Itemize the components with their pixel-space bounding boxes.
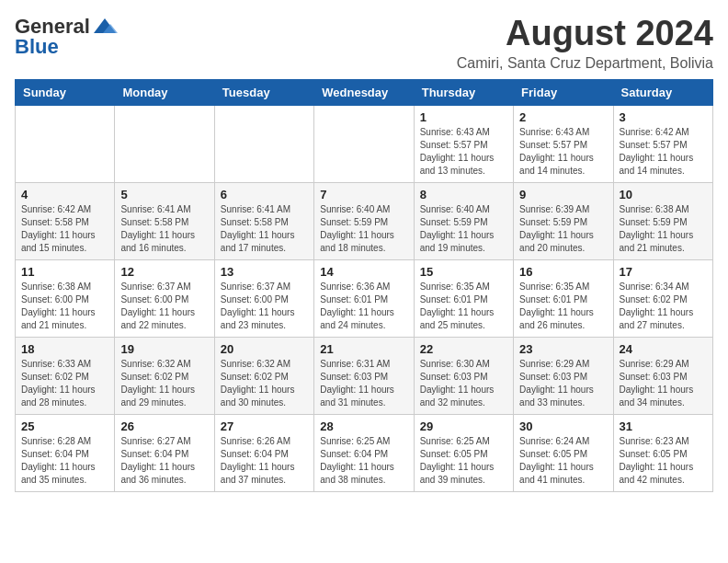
day-number: 25 bbox=[21, 419, 108, 433]
day-info: Sunrise: 6:33 AMSunset: 6:02 PMDaylight:… bbox=[21, 358, 108, 409]
week-row-3: 11Sunrise: 6:38 AMSunset: 6:00 PMDayligh… bbox=[16, 259, 713, 337]
logo-blue-text: Blue bbox=[15, 35, 59, 59]
day-number: 15 bbox=[420, 265, 507, 279]
day-number: 12 bbox=[120, 265, 208, 279]
calendar-cell: 3Sunrise: 6:42 AMSunset: 5:57 PMDaylight… bbox=[613, 105, 712, 182]
calendar-cell: 7Sunrise: 6:40 AMSunset: 5:59 PMDaylight… bbox=[314, 182, 414, 259]
calendar-cell: 26Sunrise: 6:27 AMSunset: 6:04 PMDayligh… bbox=[115, 414, 214, 491]
day-number: 29 bbox=[420, 419, 507, 433]
col-tuesday: Tuesday bbox=[214, 79, 313, 105]
col-thursday: Thursday bbox=[414, 79, 513, 105]
week-row-1: 1Sunrise: 6:43 AMSunset: 5:57 PMDaylight… bbox=[16, 105, 713, 182]
day-number: 22 bbox=[420, 342, 507, 356]
calendar-cell: 5Sunrise: 6:41 AMSunset: 5:58 PMDaylight… bbox=[115, 182, 214, 259]
calendar-cell: 16Sunrise: 6:35 AMSunset: 6:01 PMDayligh… bbox=[514, 259, 613, 337]
day-number: 18 bbox=[21, 342, 108, 356]
day-info: Sunrise: 6:35 AMSunset: 6:01 PMDaylight:… bbox=[519, 281, 607, 332]
calendar-cell: 11Sunrise: 6:38 AMSunset: 6:00 PMDayligh… bbox=[16, 259, 115, 337]
calendar-header-row: Sunday Monday Tuesday Wednesday Thursday… bbox=[16, 79, 713, 105]
location-title: Camiri, Santa Cruz Department, Bolivia bbox=[457, 55, 713, 72]
col-monday: Monday bbox=[115, 79, 214, 105]
day-number: 1 bbox=[420, 110, 507, 124]
logo: General Blue bbox=[15, 15, 118, 59]
calendar-cell: 9Sunrise: 6:39 AMSunset: 5:59 PMDaylight… bbox=[514, 182, 613, 259]
logo-icon bbox=[92, 17, 118, 37]
calendar-cell: 21Sunrise: 6:31 AMSunset: 6:03 PMDayligh… bbox=[314, 337, 414, 414]
day-info: Sunrise: 6:35 AMSunset: 6:01 PMDaylight:… bbox=[420, 281, 507, 332]
day-number: 27 bbox=[221, 419, 308, 433]
calendar-cell: 17Sunrise: 6:34 AMSunset: 6:02 PMDayligh… bbox=[613, 259, 712, 337]
col-wednesday: Wednesday bbox=[314, 79, 414, 105]
day-info: Sunrise: 6:38 AMSunset: 5:59 PMDaylight:… bbox=[620, 203, 707, 255]
day-number: 17 bbox=[620, 265, 707, 279]
calendar-cell bbox=[16, 105, 115, 182]
day-number: 26 bbox=[120, 419, 208, 433]
calendar-cell: 14Sunrise: 6:36 AMSunset: 6:01 PMDayligh… bbox=[314, 259, 414, 337]
day-number: 5 bbox=[120, 188, 208, 201]
day-info: Sunrise: 6:31 AMSunset: 6:03 PMDaylight:… bbox=[320, 358, 407, 409]
day-info: Sunrise: 6:25 AMSunset: 6:05 PMDaylight:… bbox=[420, 435, 507, 487]
calendar-cell: 20Sunrise: 6:32 AMSunset: 6:02 PMDayligh… bbox=[214, 337, 313, 414]
day-number: 23 bbox=[519, 342, 607, 356]
calendar-cell bbox=[314, 105, 414, 182]
day-info: Sunrise: 6:43 AMSunset: 5:57 PMDaylight:… bbox=[420, 126, 507, 178]
calendar-cell: 25Sunrise: 6:28 AMSunset: 6:04 PMDayligh… bbox=[16, 414, 115, 491]
col-sunday: Sunday bbox=[16, 79, 115, 105]
calendar-cell: 31Sunrise: 6:23 AMSunset: 6:05 PMDayligh… bbox=[613, 414, 712, 491]
week-row-4: 18Sunrise: 6:33 AMSunset: 6:02 PMDayligh… bbox=[16, 337, 713, 414]
day-number: 13 bbox=[221, 265, 308, 279]
calendar-cell: 10Sunrise: 6:38 AMSunset: 5:59 PMDayligh… bbox=[613, 182, 712, 259]
calendar-cell: 2Sunrise: 6:43 AMSunset: 5:57 PMDaylight… bbox=[514, 105, 613, 182]
day-info: Sunrise: 6:40 AMSunset: 5:59 PMDaylight:… bbox=[320, 203, 407, 255]
col-friday: Friday bbox=[514, 79, 613, 105]
day-info: Sunrise: 6:23 AMSunset: 6:05 PMDaylight:… bbox=[620, 435, 707, 487]
day-number: 30 bbox=[519, 419, 607, 433]
day-info: Sunrise: 6:42 AMSunset: 5:57 PMDaylight:… bbox=[620, 126, 707, 178]
day-number: 14 bbox=[320, 265, 407, 279]
day-number: 20 bbox=[221, 342, 308, 356]
col-saturday: Saturday bbox=[613, 79, 712, 105]
day-info: Sunrise: 6:37 AMSunset: 6:00 PMDaylight:… bbox=[120, 281, 208, 332]
day-info: Sunrise: 6:29 AMSunset: 6:03 PMDaylight:… bbox=[620, 358, 707, 409]
calendar-cell: 18Sunrise: 6:33 AMSunset: 6:02 PMDayligh… bbox=[16, 337, 115, 414]
day-number: 6 bbox=[221, 188, 308, 201]
day-info: Sunrise: 6:43 AMSunset: 5:57 PMDaylight:… bbox=[519, 126, 607, 178]
calendar-cell: 24Sunrise: 6:29 AMSunset: 6:03 PMDayligh… bbox=[613, 337, 712, 414]
calendar-cell: 15Sunrise: 6:35 AMSunset: 6:01 PMDayligh… bbox=[414, 259, 513, 337]
day-number: 10 bbox=[620, 188, 707, 201]
day-number: 3 bbox=[620, 110, 707, 124]
day-info: Sunrise: 6:26 AMSunset: 6:04 PMDaylight:… bbox=[221, 435, 308, 487]
day-info: Sunrise: 6:37 AMSunset: 6:00 PMDaylight:… bbox=[221, 281, 308, 332]
day-number: 4 bbox=[21, 188, 108, 201]
week-row-5: 25Sunrise: 6:28 AMSunset: 6:04 PMDayligh… bbox=[16, 414, 713, 491]
day-info: Sunrise: 6:32 AMSunset: 6:02 PMDaylight:… bbox=[221, 358, 308, 409]
day-number: 9 bbox=[519, 188, 607, 201]
calendar-cell bbox=[115, 105, 214, 182]
calendar-table: Sunday Monday Tuesday Wednesday Thursday… bbox=[15, 79, 713, 492]
day-info: Sunrise: 6:36 AMSunset: 6:01 PMDaylight:… bbox=[320, 281, 407, 332]
day-info: Sunrise: 6:25 AMSunset: 6:04 PMDaylight:… bbox=[320, 435, 407, 487]
calendar-cell: 8Sunrise: 6:40 AMSunset: 5:59 PMDaylight… bbox=[414, 182, 513, 259]
day-info: Sunrise: 6:42 AMSunset: 5:58 PMDaylight:… bbox=[21, 203, 108, 255]
day-number: 7 bbox=[320, 188, 407, 201]
day-info: Sunrise: 6:40 AMSunset: 5:59 PMDaylight:… bbox=[420, 203, 507, 255]
day-number: 24 bbox=[620, 342, 707, 356]
calendar-cell: 19Sunrise: 6:32 AMSunset: 6:02 PMDayligh… bbox=[115, 337, 214, 414]
calendar-cell: 30Sunrise: 6:24 AMSunset: 6:05 PMDayligh… bbox=[514, 414, 613, 491]
day-number: 16 bbox=[519, 265, 607, 279]
day-number: 21 bbox=[320, 342, 407, 356]
calendar-cell: 27Sunrise: 6:26 AMSunset: 6:04 PMDayligh… bbox=[214, 414, 313, 491]
day-info: Sunrise: 6:39 AMSunset: 5:59 PMDaylight:… bbox=[519, 203, 607, 255]
week-row-2: 4Sunrise: 6:42 AMSunset: 5:58 PMDaylight… bbox=[16, 182, 713, 259]
day-info: Sunrise: 6:30 AMSunset: 6:03 PMDaylight:… bbox=[420, 358, 507, 409]
day-info: Sunrise: 6:24 AMSunset: 6:05 PMDaylight:… bbox=[519, 435, 607, 487]
day-number: 28 bbox=[320, 419, 407, 433]
day-number: 11 bbox=[21, 265, 108, 279]
day-info: Sunrise: 6:32 AMSunset: 6:02 PMDaylight:… bbox=[120, 358, 208, 409]
calendar-cell: 4Sunrise: 6:42 AMSunset: 5:58 PMDaylight… bbox=[16, 182, 115, 259]
day-number: 19 bbox=[120, 342, 208, 356]
title-block: August 2024 Camiri, Santa Cruz Departmen… bbox=[457, 15, 713, 72]
day-number: 31 bbox=[620, 419, 707, 433]
calendar-cell: 1Sunrise: 6:43 AMSunset: 5:57 PMDaylight… bbox=[414, 105, 513, 182]
day-info: Sunrise: 6:41 AMSunset: 5:58 PMDaylight:… bbox=[221, 203, 308, 255]
